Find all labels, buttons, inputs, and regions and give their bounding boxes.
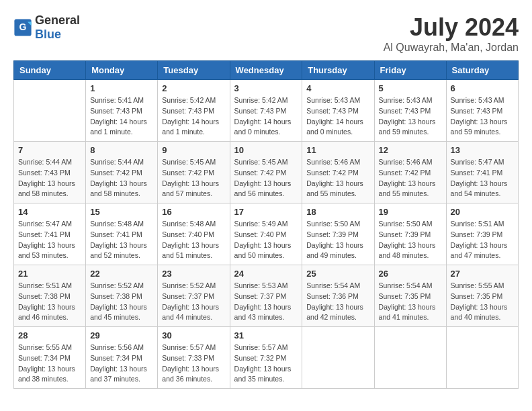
day-info: Sunrise: 5:47 AMSunset: 7:41 PMDaylight:…	[18, 219, 81, 261]
day-info: Sunrise: 5:43 AMSunset: 7:43 PMDaylight:…	[379, 95, 442, 138]
table-row: 30Sunrise: 5:57 AMSunset: 7:33 PMDayligh…	[158, 327, 230, 389]
table-row	[302, 327, 374, 389]
day-info: Sunrise: 5:50 AMSunset: 7:39 PMDaylight:…	[306, 219, 369, 261]
table-row: 18Sunrise: 5:50 AMSunset: 7:39 PMDayligh…	[302, 203, 374, 265]
title-area: July 2024 Al Quwayrah, Ma'an, Jordan	[384, 13, 519, 54]
table-row: 31Sunrise: 5:57 AMSunset: 7:32 PMDayligh…	[230, 327, 302, 389]
table-row: 28Sunrise: 5:55 AMSunset: 7:34 PMDayligh…	[14, 327, 86, 389]
col-saturday: Saturday	[446, 61, 518, 80]
calendar-week-row: 1Sunrise: 5:41 AMSunset: 7:43 PMDaylight…	[14, 80, 519, 142]
calendar-table: Sunday Monday Tuesday Wednesday Thursday…	[13, 60, 519, 389]
day-info: Sunrise: 5:45 AMSunset: 7:42 PMDaylight:…	[162, 157, 225, 199]
month-title: July 2024	[384, 13, 519, 42]
calendar-week-row: 7Sunrise: 5:44 AMSunset: 7:43 PMDaylight…	[14, 142, 519, 203]
table-row	[374, 327, 446, 389]
day-info: Sunrise: 5:51 AMSunset: 7:39 PMDaylight:…	[451, 219, 514, 261]
day-info: Sunrise: 5:51 AMSunset: 7:38 PMDaylight:…	[18, 281, 81, 323]
table-row: 20Sunrise: 5:51 AMSunset: 7:39 PMDayligh…	[446, 203, 518, 265]
day-info: Sunrise: 5:52 AMSunset: 7:38 PMDaylight:…	[90, 281, 153, 323]
col-thursday: Thursday	[302, 61, 374, 80]
table-row: 12Sunrise: 5:46 AMSunset: 7:42 PMDayligh…	[374, 142, 446, 203]
day-number: 23	[162, 269, 225, 279]
logo: G General Blue	[13, 13, 80, 42]
day-info: Sunrise: 5:55 AMSunset: 7:35 PMDaylight:…	[451, 281, 514, 323]
table-row: 5Sunrise: 5:43 AMSunset: 7:43 PMDaylight…	[374, 80, 446, 142]
day-number: 9	[162, 145, 225, 155]
day-info: Sunrise: 5:57 AMSunset: 7:33 PMDaylight:…	[162, 342, 225, 385]
table-row: 29Sunrise: 5:56 AMSunset: 7:34 PMDayligh…	[86, 327, 158, 389]
day-info: Sunrise: 5:45 AMSunset: 7:42 PMDaylight:…	[234, 157, 298, 199]
table-row: 13Sunrise: 5:47 AMSunset: 7:41 PMDayligh…	[446, 142, 518, 203]
table-row: 1Sunrise: 5:41 AMSunset: 7:43 PMDaylight…	[86, 80, 158, 142]
day-info: Sunrise: 5:56 AMSunset: 7:34 PMDaylight:…	[90, 342, 153, 385]
table-row: 24Sunrise: 5:53 AMSunset: 7:37 PMDayligh…	[230, 265, 302, 327]
table-row: 27Sunrise: 5:55 AMSunset: 7:35 PMDayligh…	[446, 265, 518, 327]
day-info: Sunrise: 5:42 AMSunset: 7:43 PMDaylight:…	[234, 95, 298, 138]
day-number: 6	[451, 83, 514, 93]
day-number: 2	[162, 83, 225, 93]
day-number: 22	[90, 269, 153, 279]
col-sunday: Sunday	[14, 61, 86, 80]
logo-icon: G	[13, 18, 32, 37]
table-row: 11Sunrise: 5:46 AMSunset: 7:42 PMDayligh…	[302, 142, 374, 203]
day-number: 21	[18, 269, 81, 279]
svg-text:G: G	[19, 21, 27, 32]
table-row: 8Sunrise: 5:44 AMSunset: 7:42 PMDaylight…	[86, 142, 158, 203]
logo-text: General Blue	[35, 13, 80, 42]
day-info: Sunrise: 5:55 AMSunset: 7:34 PMDaylight:…	[18, 342, 81, 385]
day-info: Sunrise: 5:52 AMSunset: 7:37 PMDaylight:…	[162, 281, 225, 323]
day-info: Sunrise: 5:50 AMSunset: 7:39 PMDaylight:…	[379, 219, 442, 261]
table-row: 22Sunrise: 5:52 AMSunset: 7:38 PMDayligh…	[86, 265, 158, 327]
day-number: 5	[379, 83, 442, 93]
day-number: 24	[234, 269, 298, 279]
day-number: 4	[306, 83, 369, 93]
day-number: 29	[90, 330, 153, 340]
table-row: 16Sunrise: 5:48 AMSunset: 7:40 PMDayligh…	[158, 203, 230, 265]
table-row: 26Sunrise: 5:54 AMSunset: 7:35 PMDayligh…	[374, 265, 446, 327]
day-info: Sunrise: 5:48 AMSunset: 7:41 PMDaylight:…	[90, 219, 153, 261]
table-row: 7Sunrise: 5:44 AMSunset: 7:43 PMDaylight…	[14, 142, 86, 203]
day-info: Sunrise: 5:43 AMSunset: 7:43 PMDaylight:…	[451, 95, 514, 138]
calendar-week-row: 28Sunrise: 5:55 AMSunset: 7:34 PMDayligh…	[14, 327, 519, 389]
day-number: 7	[18, 145, 81, 155]
table-row: 15Sunrise: 5:48 AMSunset: 7:41 PMDayligh…	[86, 203, 158, 265]
col-wednesday: Wednesday	[230, 61, 302, 80]
table-row: 2Sunrise: 5:42 AMSunset: 7:43 PMDaylight…	[158, 80, 230, 142]
day-number: 3	[234, 83, 298, 93]
table-row: 14Sunrise: 5:47 AMSunset: 7:41 PMDayligh…	[14, 203, 86, 265]
day-number: 19	[379, 207, 442, 217]
location-title: Al Quwayrah, Ma'an, Jordan	[384, 42, 519, 54]
calendar-week-row: 14Sunrise: 5:47 AMSunset: 7:41 PMDayligh…	[14, 203, 519, 265]
day-info: Sunrise: 5:43 AMSunset: 7:43 PMDaylight:…	[306, 95, 369, 138]
day-number: 31	[234, 330, 298, 340]
day-number: 25	[306, 269, 369, 279]
day-number: 26	[379, 269, 442, 279]
day-info: Sunrise: 5:41 AMSunset: 7:43 PMDaylight:…	[90, 95, 153, 138]
day-number: 14	[18, 207, 81, 217]
col-friday: Friday	[374, 61, 446, 80]
table-row: 4Sunrise: 5:43 AMSunset: 7:43 PMDaylight…	[302, 80, 374, 142]
col-tuesday: Tuesday	[158, 61, 230, 80]
page-header: G General Blue July 2024 Al Quwayrah, Ma…	[13, 13, 519, 54]
day-number: 15	[90, 207, 153, 217]
table-row: 17Sunrise: 5:49 AMSunset: 7:40 PMDayligh…	[230, 203, 302, 265]
calendar-week-row: 21Sunrise: 5:51 AMSunset: 7:38 PMDayligh…	[14, 265, 519, 327]
table-row: 9Sunrise: 5:45 AMSunset: 7:42 PMDaylight…	[158, 142, 230, 203]
day-info: Sunrise: 5:48 AMSunset: 7:40 PMDaylight:…	[162, 219, 225, 261]
day-info: Sunrise: 5:46 AMSunset: 7:42 PMDaylight:…	[306, 157, 369, 199]
table-row	[446, 327, 518, 389]
day-number: 1	[90, 83, 153, 93]
day-number: 18	[306, 207, 369, 217]
day-number: 17	[234, 207, 298, 217]
day-number: 28	[18, 330, 81, 340]
table-row: 3Sunrise: 5:42 AMSunset: 7:43 PMDaylight…	[230, 80, 302, 142]
day-info: Sunrise: 5:44 AMSunset: 7:43 PMDaylight:…	[18, 157, 81, 199]
day-number: 8	[90, 145, 153, 155]
day-info: Sunrise: 5:49 AMSunset: 7:40 PMDaylight:…	[234, 219, 298, 261]
day-number: 13	[451, 145, 514, 155]
logo-general: General	[35, 13, 80, 27]
col-monday: Monday	[86, 61, 158, 80]
table-row: 19Sunrise: 5:50 AMSunset: 7:39 PMDayligh…	[374, 203, 446, 265]
table-row: 23Sunrise: 5:52 AMSunset: 7:37 PMDayligh…	[158, 265, 230, 327]
day-info: Sunrise: 5:46 AMSunset: 7:42 PMDaylight:…	[379, 157, 442, 199]
